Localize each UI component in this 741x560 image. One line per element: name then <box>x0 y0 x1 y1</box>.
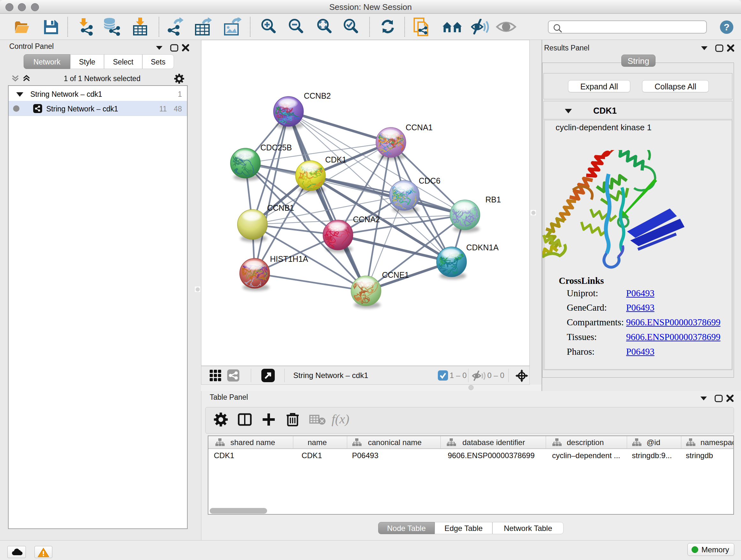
svg-text:CCNE1: CCNE1 <box>382 270 409 279</box>
svg-text:CDK1: CDK1 <box>325 155 347 164</box>
svg-text:?: ? <box>724 22 730 32</box>
svg-text:CCNB1: CCNB1 <box>267 203 294 212</box>
svg-text:RB1: RB1 <box>485 195 501 204</box>
svg-text:CCNB2: CCNB2 <box>304 91 331 100</box>
svg-text:CCNA1: CCNA1 <box>406 123 433 132</box>
svg-text:CDKN1A: CDKN1A <box>466 243 499 252</box>
svg-text:CDC6: CDC6 <box>419 176 441 185</box>
svg-text:HIST1H1A: HIST1H1A <box>270 254 308 263</box>
svg-text:CDC25B: CDC25B <box>260 143 292 152</box>
svg-text:CCNA2: CCNA2 <box>353 215 380 224</box>
